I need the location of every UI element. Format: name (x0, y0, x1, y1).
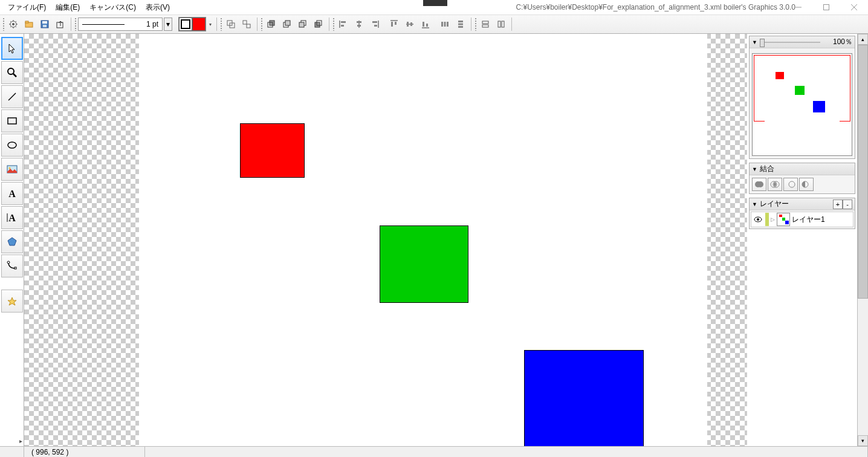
svg-rect-40 (423, 22, 424, 27)
toolbar-separator (329, 18, 329, 31)
layers-panel-header[interactable]: ▼ レイヤー + - (750, 198, 855, 210)
svg-rect-7 (25, 21, 28, 23)
svg-rect-12 (227, 21, 232, 25)
align-middle-v-button[interactable] (403, 17, 417, 31)
zoom-slider[interactable] (760, 37, 820, 47)
toolbar-grip[interactable] (474, 18, 477, 31)
stroke-color-swatch[interactable] (179, 18, 192, 31)
combine-panel-title: 結合 (760, 164, 774, 174)
svg-rect-14 (243, 21, 247, 24)
ungroup-button[interactable] (239, 17, 254, 31)
toolbar-separator (71, 18, 71, 31)
group-button[interactable] (224, 17, 238, 31)
scroll-up-button[interactable]: ▴ (858, 34, 868, 45)
zoom-tool[interactable] (1, 61, 23, 84)
menu-file[interactable]: ファイル(F) (3, 0, 51, 15)
svg-line-53 (13, 74, 16, 77)
toolbar-separator (471, 18, 471, 31)
shape-blue-rect[interactable] (524, 350, 644, 446)
close-button[interactable] (840, 0, 868, 15)
navigator-panel-header[interactable]: ▼ 100％ (750, 36, 855, 48)
align-right-button[interactable] (368, 17, 382, 31)
toolbar-separator (257, 18, 257, 31)
export-button[interactable] (53, 17, 68, 31)
toolbar-grip[interactable] (220, 18, 222, 31)
menu-view[interactable]: 表示(V) (141, 0, 175, 15)
canvas-area[interactable] (24, 34, 747, 446)
main-toolbar: 1 pt ▾ ▾ (0, 15, 868, 34)
align-bottom-button[interactable] (418, 17, 433, 31)
svg-rect-51 (502, 21, 504, 27)
ellipse-tool[interactable] (1, 134, 23, 157)
toolbar-grip[interactable] (2, 18, 5, 31)
svg-rect-1 (824, 5, 829, 10)
align-top-button[interactable] (387, 17, 401, 31)
svg-point-68 (771, 181, 777, 187)
bring-front-button[interactable] (264, 17, 279, 31)
toolbar-grip[interactable] (261, 18, 263, 31)
scroll-down-button[interactable]: ▾ (858, 435, 868, 446)
text-tool[interactable]: A (1, 182, 23, 205)
zoom-slider-thumb[interactable] (760, 39, 765, 47)
svg-rect-49 (482, 25, 488, 27)
zoom-level-label: 100％ (833, 37, 852, 47)
distribute-v-button[interactable] (453, 17, 468, 31)
color-dropdown[interactable]: ▾ (207, 18, 213, 31)
intersect-button[interactable] (768, 178, 782, 191)
distribute-h-button[interactable] (438, 17, 452, 31)
svg-point-58 (8, 167, 10, 169)
exclude-button[interactable] (799, 178, 814, 191)
svg-rect-20 (301, 21, 306, 25)
align-center-h-button[interactable] (352, 17, 366, 31)
line-tool[interactable] (1, 85, 23, 108)
image-tool[interactable] (1, 158, 23, 181)
navigator-preview[interactable] (752, 53, 852, 156)
stroke-width-selector[interactable]: 1 pt (78, 18, 163, 31)
navigator-body (750, 48, 855, 158)
layer-name[interactable]: レイヤー1 (792, 215, 825, 225)
stroke-width-dropdown[interactable]: ▾ (164, 18, 172, 31)
send-backward-button[interactable] (296, 17, 310, 31)
add-layer-button[interactable]: + (833, 199, 843, 209)
svg-text:A: A (8, 189, 16, 199)
minimize-button[interactable] (785, 0, 812, 15)
toolbox-expand-icon[interactable]: ▸ (0, 438, 24, 446)
nav-preview-red (776, 72, 784, 79)
svg-rect-43 (444, 22, 446, 27)
menu-edit[interactable]: 編集(E) (51, 0, 85, 15)
polygon-tool[interactable] (1, 230, 23, 253)
canvas-paper[interactable] (139, 34, 707, 446)
send-back-button[interactable] (311, 17, 326, 31)
remove-layer-button[interactable]: - (843, 199, 852, 209)
snap-tool[interactable] (1, 290, 23, 313)
toolbar-grip[interactable] (74, 18, 77, 31)
save-button[interactable] (37, 17, 52, 31)
combine-panel-header[interactable]: ▼ 結合 (750, 163, 855, 175)
fill-color-swatch[interactable] (192, 18, 206, 31)
gear-button[interactable] (6, 17, 21, 31)
maximize-button[interactable] (812, 0, 840, 15)
text-vertical-tool[interactable]: A (1, 206, 23, 229)
menu-canvas[interactable]: キャンバス(C) (85, 0, 141, 15)
shape-red-rect[interactable] (240, 123, 305, 178)
toolbar-grip[interactable] (332, 18, 335, 31)
bring-forward-button[interactable] (280, 17, 294, 31)
subtract-button[interactable] (783, 178, 798, 191)
layer-expand-icon[interactable]: ▷ (771, 216, 775, 222)
pen-tool[interactable] (1, 254, 23, 277)
select-tool[interactable] (1, 37, 23, 60)
scroll-track[interactable] (858, 45, 868, 435)
align-left-button[interactable] (336, 17, 351, 31)
folder-button[interactable] (22, 17, 36, 31)
union-button[interactable] (752, 178, 766, 191)
scroll-thumb[interactable] (858, 45, 868, 299)
vertical-scrollbar[interactable]: ▴ ▾ (857, 34, 868, 446)
svg-point-70 (789, 181, 795, 187)
layer-visibility-icon[interactable] (753, 214, 763, 225)
shape-green-rect[interactable] (380, 225, 468, 303)
rectangle-tool[interactable] (1, 109, 23, 132)
layer-row[interactable]: ▷ レイヤー1 (751, 212, 853, 227)
svg-point-5 (12, 23, 15, 25)
same-height-button[interactable] (494, 17, 508, 31)
same-width-button[interactable] (478, 17, 493, 31)
